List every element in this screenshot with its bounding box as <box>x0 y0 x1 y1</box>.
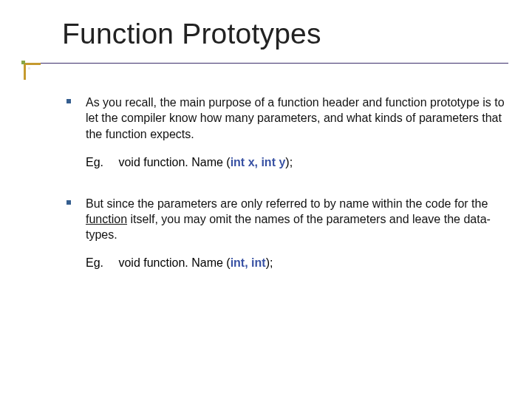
bullet-item: As you recall, the main purpose of a fun… <box>64 95 511 142</box>
code-example: Eg. void function. Name (int, int); <box>64 256 511 271</box>
bullet-item: But since the parameters are only referr… <box>64 196 511 243</box>
example-keyword: int x, int y <box>231 156 286 168</box>
example-keyword: int, int <box>231 256 266 269</box>
example-label: Eg. <box>86 256 115 271</box>
code-example: Eg. void function. Name (int x, int y); <box>64 155 511 171</box>
corner-accent-icon <box>24 63 41 80</box>
example-suffix: ); <box>266 256 273 269</box>
bullet-text-underlined: function <box>86 213 127 225</box>
slide: Function Prototypes As you recall, the m… <box>0 0 532 399</box>
bullet-text-pre: But since the parameters are only referr… <box>86 197 488 210</box>
example-label: Eg. <box>86 155 115 171</box>
slide-content: As you recall, the main purpose of a fun… <box>64 95 511 292</box>
bullet-text: As you recall, the main purpose of a fun… <box>86 96 505 140</box>
example-suffix: ); <box>285 156 293 168</box>
title-underline <box>24 63 508 64</box>
example-prefix: void function. Name ( <box>118 156 230 168</box>
bullet-text-post: itself, you may omit the names of the pa… <box>86 213 491 241</box>
example-prefix: void function. Name ( <box>118 256 230 269</box>
slide-title: Function Prototypes <box>62 18 321 50</box>
